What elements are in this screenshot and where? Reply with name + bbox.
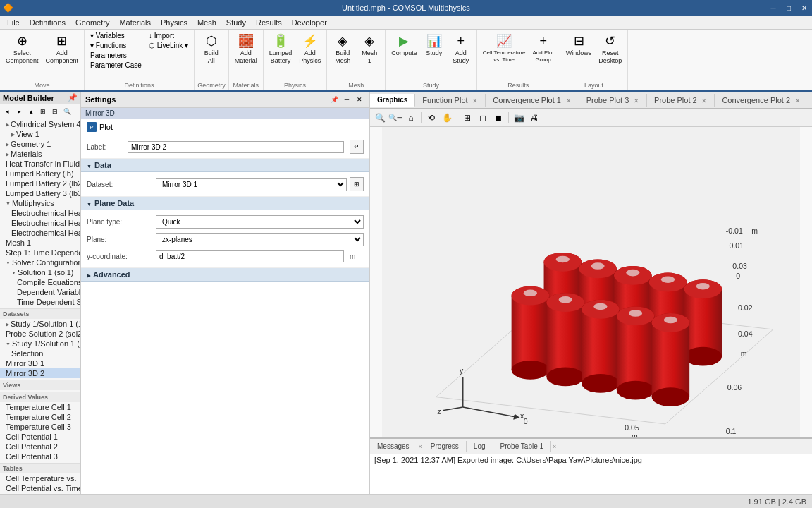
sidebar-up-btn[interactable]: ▴ — [25, 106, 37, 117]
screenshot-btn[interactable]: 📷 — [512, 111, 526, 125]
plane-type-select[interactable]: Quick General — [156, 215, 364, 229]
add-component-button[interactable]: ⊞ AddComponent — [43, 31, 82, 66]
maximize-button[interactable]: □ — [781, 0, 796, 16]
build-all-button[interactable]: ⬡ BuildAll — [199, 31, 224, 66]
tree-item-cellpot3[interactable]: Cell Potential 3 — [0, 452, 80, 461]
tree-item-sol1[interactable]: Solution 1 (sol1) — [0, 267, 80, 277]
tree-item-multiphysics[interactable]: Multiphysics — [0, 198, 80, 208]
tree-item-elec3[interactable]: Electrochemical Heating 3 — [0, 228, 80, 238]
y-coordinate-input[interactable] — [156, 250, 344, 262]
tab-probe-plot-3[interactable]: Probe Plot 3 ✕ — [579, 94, 647, 107]
tab-probe-table-1[interactable]: Probe Table 1 — [493, 441, 552, 452]
tree-item-cellpotvtime[interactable]: Cell Potential vs. Time — [0, 483, 80, 493]
add-material-button[interactable]: 🧱 AddMaterial — [232, 31, 260, 66]
label-apply-btn[interactable]: ↵ — [350, 140, 364, 154]
menu-study[interactable]: Study — [222, 17, 250, 28]
select-boundary-btn[interactable]: ◻ — [476, 111, 490, 125]
functions-button[interactable]: ▾ Functions — [87, 41, 144, 50]
tree-item-lb2[interactable]: Lumped Battery 2 (lb2) — [0, 179, 80, 188]
add-physics-button[interactable]: ⚡ AddPhysics — [296, 31, 324, 66]
menu-geometry[interactable]: Geometry — [71, 17, 113, 28]
add-study-button[interactable]: + AddStudy — [448, 31, 474, 66]
reset-desktop-button[interactable]: ↺ ResetDesktop — [596, 31, 625, 66]
close-probe-plot-3-icon[interactable]: ✕ — [634, 97, 639, 104]
tree-item-timedep[interactable]: Time-Dependent Solve... — [0, 297, 80, 307]
settings-pin-btn[interactable]: 📌 — [328, 94, 340, 105]
tree-item-materials[interactable]: Materials — [0, 149, 80, 159]
tree-item-cellpot1[interactable]: Cell Potential 1 — [0, 432, 80, 442]
tree-item-step1[interactable]: Step 1: Time Dependent — [0, 248, 80, 258]
close-function-plot-icon[interactable]: ✕ — [472, 97, 478, 104]
menu-file[interactable]: File — [3, 17, 24, 28]
menu-materials[interactable]: Materials — [115, 17, 155, 28]
sidebar-expand-btn[interactable]: ⊞ — [37, 106, 49, 117]
dataset-action-btn[interactable]: ⊞ — [350, 177, 364, 191]
data-section-header[interactable]: Data — [81, 159, 369, 172]
zoom-in-btn[interactable]: 🔍 — [373, 111, 387, 125]
label-input[interactable] — [128, 141, 344, 153]
livelink-button[interactable]: ⬡ LiveLink ▾ — [146, 41, 191, 50]
zoom-out-btn[interactable]: 🔍─ — [388, 111, 402, 125]
menu-mesh[interactable]: Mesh — [193, 17, 221, 28]
minimize-button[interactable]: ─ — [765, 0, 781, 16]
lumped-battery-button[interactable]: 🔋 LumpedBattery — [266, 31, 295, 66]
tree-item-cylindrical[interactable]: Cylindrical System 4 (sys4... — [0, 119, 80, 129]
graphics-viewport[interactable]: x y z -0.01 m 0.01 0.03 0 0.02 m 0.04 0.… — [370, 127, 812, 437]
tree-item-study1sol1-3[interactable]: Study 1/Solution 1 (3) (sa... — [0, 339, 80, 349]
tab-function-plot[interactable]: Function Plot ✕ — [415, 94, 486, 107]
compute-button[interactable]: ▶ Compute — [388, 31, 420, 59]
variables-button[interactable]: ▾ Variables — [87, 31, 144, 40]
tab-graphics[interactable]: Graphics — [370, 94, 415, 107]
tree-item-celltempvtime[interactable]: Cell Temperature vs. Time — [0, 473, 80, 483]
tree-item-lb3[interactable]: Lumped Battery 3 (lb3) — [0, 188, 80, 198]
menu-definitions[interactable]: Definitions — [25, 17, 70, 28]
study-button[interactable]: 📊 Study — [422, 31, 447, 59]
plane-data-section-header[interactable]: Plane Data — [81, 197, 369, 210]
sidebar-collapse-btn[interactable]: ⊟ — [49, 106, 61, 117]
tree-item-elec1[interactable]: Electrochemical Heating 1 — [0, 208, 80, 218]
cell-temperature-button[interactable]: 📈 Cell Temperaturevs. Time — [480, 31, 529, 64]
tree-item-temp3[interactable]: Temperature Cell 3 — [0, 422, 80, 432]
tree-item-solver-configs[interactable]: Solver Configurations — [0, 258, 80, 267]
sidebar-search-btn[interactable]: 🔍 — [61, 106, 73, 117]
select-domain-btn[interactable]: ◼ — [491, 111, 505, 125]
tab-progress[interactable]: Progress — [424, 441, 467, 452]
tree-item-depvars[interactable]: Dependent Variables 1 — [0, 287, 80, 297]
close-button[interactable]: ✕ — [796, 0, 812, 16]
settings-close-btn[interactable]: ✕ — [354, 94, 365, 105]
tree-item-probesol2[interactable]: Probe Solution 2 (sol2) — [0, 329, 80, 339]
menu-developer[interactable]: Developer — [288, 17, 331, 28]
rotate-btn[interactable]: ⟲ — [424, 111, 438, 125]
close-convergence-plot-2-icon[interactable]: ✕ — [795, 97, 801, 104]
dataset-select[interactable]: Mirror 3D 1 Mirror 3D 2 — [156, 178, 347, 191]
parameter-case-button[interactable]: Parameter Case — [87, 61, 144, 70]
tree-item-mirror3d1[interactable]: Mirror 3D 1 — [0, 358, 80, 368]
tree-item-elec2[interactable]: Electrochemical Heating 2 — [0, 218, 80, 228]
tab-log[interactable]: Log — [467, 441, 493, 452]
windows-button[interactable]: ⊟ Windows — [563, 31, 595, 59]
settings-collapse-btn[interactable]: ─ — [341, 94, 352, 105]
tree-item-compile[interactable]: Compile Equations: Ti... — [0, 277, 80, 287]
tree-item-temp1[interactable]: Temperature Cell 1 — [0, 402, 80, 412]
add-plot-group-button[interactable]: + Add PlotGroup — [530, 31, 557, 64]
tree-item-selection[interactable]: Selection — [0, 349, 80, 358]
parameters-button[interactable]: Parameters — [87, 51, 144, 60]
tree-item-mesh1[interactable]: Mesh 1 — [0, 238, 80, 248]
select-component-button[interactable]: ⊕ SelectComponent — [3, 31, 42, 66]
tree-item-ht[interactable]: Heat Transfer in Fluids (ht) — [0, 159, 80, 169]
plane-select[interactable]: zx-planes xy-planes yz-planes — [156, 233, 364, 246]
sidebar-pin-icon[interactable]: 📌 — [68, 93, 78, 102]
sidebar-back-btn[interactable]: ◂ — [1, 106, 13, 117]
import-button[interactable]: ↓ Import — [146, 31, 191, 40]
tab-probe-plot-2[interactable]: Probe Plot 2 ✕ — [647, 94, 715, 107]
tree-item-geometry1[interactable]: Geometry 1 — [0, 139, 80, 149]
tree-item-mirror3d2[interactable]: Mirror 3D 2 — [0, 368, 80, 378]
tree-item-view1[interactable]: View 1 — [0, 129, 80, 139]
fit-btn[interactable]: ⌂ — [404, 111, 418, 125]
tree-item-study1sol1[interactable]: Study 1/Solution 1 (1) (sa... — [0, 319, 80, 329]
tab-convergence-plot-2[interactable]: Convergence Plot 2 ✕ — [715, 94, 808, 107]
tree-item-lb[interactable]: Lumped Battery (lb) — [0, 169, 80, 179]
mesh1-button[interactable]: ◈ Mesh1 — [357, 31, 382, 66]
menu-results[interactable]: Results — [252, 17, 286, 28]
sidebar-forward-btn[interactable]: ▸ — [13, 106, 25, 117]
